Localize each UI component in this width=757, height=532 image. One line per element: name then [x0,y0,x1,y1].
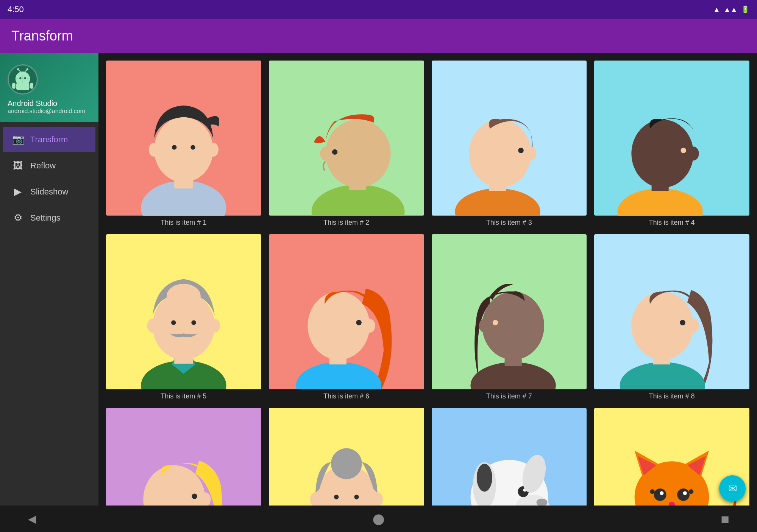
sidebar-item-slideshow[interactable]: ▶ Slideshow [3,179,95,204]
svg-rect-9 [12,83,16,89]
app-title: Transform [11,28,73,44]
grid-item-image-6 [269,234,424,389]
grid-item-3[interactable]: This is item # 3 [432,61,587,227]
svg-point-47 [191,320,196,325]
svg-point-59 [492,320,498,325]
svg-point-44 [147,319,158,333]
grid-item-image-8 [594,234,749,389]
grid-item-image-4 [594,61,749,216]
grid-item-10[interactable]: This is item # 10 [269,408,424,506]
svg-point-25 [320,146,331,160]
grid-item-2[interactable]: This is item # 2 [269,61,424,227]
grid-item-5[interactable]: This is item # 5 [106,234,261,400]
svg-point-16 [154,117,213,182]
svg-rect-10 [30,83,33,89]
battery-icon: 🔋 [741,5,749,14]
svg-point-17 [149,143,160,157]
svg-point-101 [683,491,687,495]
grid-item-image-2 [269,61,424,216]
camera-icon: 📷 [12,134,23,145]
svg-point-77 [310,492,321,506]
grid-area: This is item # 1 [98,53,757,506]
back-button[interactable]: ◀ [23,509,42,528]
svg-point-7 [27,68,28,70]
svg-point-98 [654,488,666,501]
sidebar-header: Android Studio android.studio@android.co… [0,53,98,122]
svg-point-78 [372,492,383,506]
sidebar-user-name: Android Studio [8,99,57,108]
svg-point-43 [167,284,201,309]
sidebar-item-transform-label: Transform [30,135,68,145]
grid-item-image-7 [432,234,587,389]
sidebar-user-email: android.studio@android.com [8,108,85,115]
grid-item-label-1: This is item # 1 [161,219,206,227]
svg-point-51 [307,291,370,359]
svg-point-70 [200,492,211,506]
svg-point-53 [356,320,361,325]
grid-item-image-11 [432,408,587,506]
main-content: Android Studio android.studio@android.co… [0,53,757,506]
grid-item-1[interactable]: This is item # 1 [106,61,261,227]
grid-item-image-3 [432,61,587,216]
svg-point-57 [482,291,544,359]
svg-point-64 [688,319,699,333]
svg-point-46 [171,320,176,325]
grid-item-8[interactable]: This is item # 8 [594,234,749,400]
svg-point-99 [677,488,690,501]
svg-point-80 [354,495,359,499]
wifi-icon: ▲ [713,6,720,14]
sidebar-item-reflow[interactable]: 🖼 Reflow [3,153,95,178]
recents-button[interactable]: ◼ [715,509,734,528]
svg-point-32 [518,148,523,153]
grid-item-label-4: This is item # 4 [649,219,695,227]
home-button[interactable]: ⬤ [369,509,388,528]
svg-point-20 [190,145,195,149]
svg-point-36 [632,120,694,188]
grid-item-7[interactable]: This is item # 7 [432,234,587,400]
svg-rect-8 [16,83,30,90]
grid-item-label-5: This is item # 5 [161,392,206,400]
bottom-bar: ◀ ⬤ ◼ [0,506,757,532]
svg-point-58 [479,319,490,333]
app-bar: Transform [0,19,757,53]
sidebar-item-settings-label: Settings [30,213,61,223]
grid-item-11[interactable]: This is item # 11 [432,408,587,506]
avatar [8,64,38,95]
svg-point-104 [689,489,693,494]
sidebar-nav: 📷 Transform 🖼 Reflow ▶ Slideshow ⚙ Setti… [0,122,98,235]
svg-point-79 [334,495,339,499]
sidebar: Android Studio android.studio@android.co… [0,53,98,506]
svg-point-52 [364,319,375,333]
svg-point-65 [680,320,685,325]
sidebar-item-settings[interactable]: ⚙ Settings [3,205,95,230]
svg-point-38 [681,148,686,153]
grid-item-image-9 [106,408,261,506]
grid-item-6[interactable]: This is item # 6 [269,234,424,400]
svg-point-37 [688,146,699,160]
grid-item-label-6: This is item # 6 [323,392,369,400]
grid-item-image-1 [106,61,261,216]
svg-point-45 [209,319,220,333]
svg-point-90 [476,464,492,492]
image-icon: 🖼 [12,160,23,171]
svg-point-63 [632,291,694,359]
grid-item-9[interactable]: This is item # 9 [106,408,261,506]
grid-item-image-5 [106,234,261,389]
grid-item-label-8: This is item # 8 [649,392,695,400]
svg-point-100 [660,491,663,495]
grid-item-label-3: This is item # 3 [486,219,532,227]
svg-point-6 [17,68,19,70]
sidebar-item-transform[interactable]: 📷 Transform [3,127,95,152]
fab-email[interactable]: ✉ [719,475,746,502]
settings-icon: ⚙ [12,212,23,224]
sidebar-item-slideshow-label: Slideshow [30,187,68,197]
grid-item-4[interactable]: This is item # 4 [594,61,749,227]
signal-icon: ▲▲ [724,6,737,14]
slideshow-icon: ▶ [12,186,23,198]
svg-point-76 [331,448,362,479]
items-grid: This is item # 1 [106,61,749,506]
svg-point-71 [192,493,197,499]
svg-point-103 [650,489,655,494]
svg-point-31 [525,146,536,160]
grid-item-label-7: This is item # 7 [486,392,532,400]
